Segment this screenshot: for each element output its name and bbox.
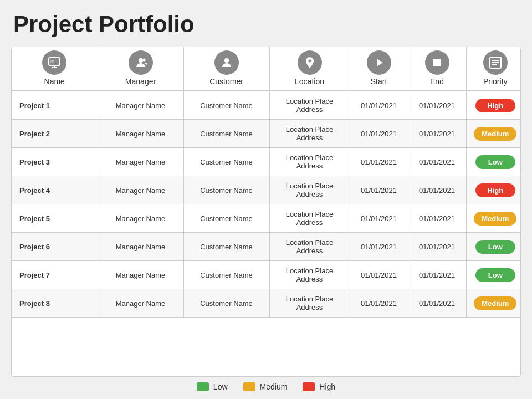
cell-customer: Customer Name [183, 176, 269, 204]
cell-end: 01/01/2021 [408, 120, 466, 148]
svg-marker-7 [377, 59, 383, 66]
cell-customer: Customer Name [183, 148, 269, 176]
th-label-end: End [430, 77, 444, 86]
legend-color-low [197, 382, 209, 391]
cell-end: 01/01/2021 [408, 176, 466, 204]
legend-label-medium: Medium [260, 382, 288, 391]
priority-badge: Medium [474, 296, 516, 310]
cell-name: Project 1 [12, 91, 98, 120]
cell-name: Project 7 [12, 261, 98, 289]
cell-location: Location Place Address [269, 91, 350, 120]
cell-name: Project 5 [12, 204, 98, 233]
th-label-manager: Manager [125, 77, 156, 86]
cell-start: 01/01/2021 [350, 91, 408, 120]
project-table: ID Name Manager Customer [12, 47, 521, 318]
cell-customer: Customer Name [183, 233, 269, 261]
cell-priority: Low [466, 148, 521, 176]
th-location: Location [269, 47, 350, 91]
cell-start: 01/01/2021 [350, 120, 408, 148]
priority-badge: High [475, 99, 515, 112]
cell-manager: Manager Name [98, 120, 183, 148]
cell-priority: High [466, 176, 521, 204]
cell-name: Project 2 [12, 120, 98, 148]
th-start: Start [350, 47, 408, 91]
table-row: Project 7Manager NameCustomer NameLocati… [12, 261, 521, 289]
cell-end: 01/01/2021 [408, 148, 466, 176]
project-table-container: ID Name Manager Customer [11, 47, 521, 377]
th-end: End [408, 47, 466, 91]
cell-name: Project 3 [12, 148, 98, 176]
cell-customer: Customer Name [183, 261, 269, 289]
legend-item-low: Low [197, 382, 228, 391]
th-label-location: Location [295, 77, 324, 86]
table-row: Project 8Manager NameCustomer NameLocati… [12, 289, 521, 318]
cell-priority: Medium [466, 289, 521, 318]
cell-end: 01/01/2021 [408, 289, 466, 318]
cell-name: Project 8 [12, 289, 98, 318]
svg-point-4 [139, 58, 143, 63]
legend-item-high: High [303, 382, 335, 391]
cell-customer: Customer Name [183, 289, 269, 318]
cell-manager: Manager Name [98, 91, 183, 120]
legend-label-low: Low [213, 382, 228, 391]
svg-point-5 [142, 59, 145, 62]
cell-priority: Low [466, 261, 521, 289]
th-manager: Manager [98, 47, 183, 91]
cell-start: 01/01/2021 [350, 204, 408, 233]
cell-start: 01/01/2021 [350, 289, 408, 318]
cell-location: Location Place Address [269, 120, 350, 148]
th-label-start: Start [371, 77, 387, 86]
table-row: Project 4Manager NameCustomer NameLocati… [12, 176, 521, 204]
th-customer: Customer [183, 47, 269, 91]
th-priority: Priority [466, 47, 521, 91]
cell-customer: Customer Name [183, 204, 269, 233]
cell-manager: Manager Name [98, 176, 183, 204]
cell-end: 01/01/2021 [408, 91, 466, 120]
cell-location: Location Place Address [269, 289, 350, 318]
cell-manager: Manager Name [98, 148, 183, 176]
priority-badge: Medium [474, 212, 516, 226]
cell-location: Location Place Address [269, 261, 350, 289]
cell-priority: Medium [466, 204, 521, 233]
priority-badge: Medium [474, 127, 516, 141]
cell-customer: Customer Name [183, 120, 269, 148]
priority-badge: High [475, 183, 515, 197]
cell-start: 01/01/2021 [350, 261, 408, 289]
svg-rect-8 [433, 59, 441, 66]
customer-icon [214, 50, 239, 75]
svg-point-6 [224, 58, 229, 63]
cell-priority: Low [466, 233, 521, 261]
name-icon: ID [42, 50, 66, 75]
start-icon [367, 50, 391, 75]
table-row: Project 3Manager NameCustomer NameLocati… [12, 148, 521, 176]
legend-item-medium: Medium [243, 382, 288, 391]
legend: Low Medium High [11, 377, 521, 393]
end-icon [425, 50, 449, 75]
priority-badge: Low [475, 155, 515, 169]
cell-start: 01/01/2021 [350, 176, 408, 204]
th-name: ID Name [12, 47, 98, 91]
cell-end: 01/01/2021 [408, 204, 466, 233]
cell-location: Location Place Address [269, 176, 350, 204]
table-row: Project 2Manager NameCustomer NameLocati… [12, 120, 521, 148]
cell-end: 01/01/2021 [408, 233, 466, 261]
cell-manager: Manager Name [98, 233, 183, 261]
th-label-customer: Customer [209, 77, 243, 86]
priority-icon [483, 50, 508, 75]
priority-badge: Low [475, 268, 515, 282]
table-row: Project 1Manager NameCustomer NameLocati… [12, 91, 521, 120]
cell-priority: Medium [466, 120, 521, 148]
th-label-priority: Priority [483, 77, 508, 86]
cell-manager: Manager Name [98, 204, 183, 233]
manager-icon [129, 50, 153, 75]
cell-customer: Customer Name [183, 91, 269, 120]
cell-location: Location Place Address [269, 148, 350, 176]
cell-priority: High [466, 91, 521, 120]
th-label-name: Name [44, 77, 65, 86]
cell-location: Location Place Address [269, 204, 350, 233]
legend-color-medium [243, 382, 255, 391]
table-row: Project 5Manager NameCustomer NameLocati… [12, 204, 521, 233]
cell-start: 01/01/2021 [350, 148, 408, 176]
legend-label-high: High [319, 382, 335, 391]
page-title: Project Portfolio [11, 11, 521, 38]
